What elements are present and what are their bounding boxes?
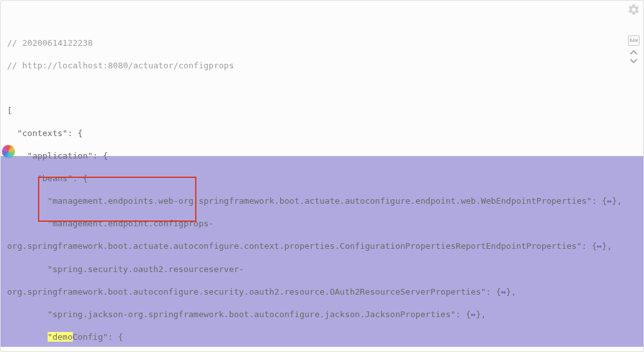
- bean-oauth2-a: "spring.security.oauth2.resourceserver-: [3, 264, 625, 275]
- json-contexts-key: "contexts": {: [3, 128, 625, 139]
- collapse-toggle-icon[interactable]: ↔: [501, 287, 506, 297]
- blank-line: [3, 83, 625, 94]
- bean-demo-config: "demoConfig": {: [3, 331, 625, 343]
- gear-icon[interactable]: [627, 3, 640, 16]
- chevron-up-icon[interactable]: [629, 50, 638, 56]
- bean-jackson[interactable]: "spring.jackson-org.springframework.boot…: [3, 309, 625, 320]
- collapse-toggle-icon[interactable]: ↔: [471, 309, 476, 319]
- json-viewer-window: // 20200614122238 // http://localhost:80…: [0, 0, 644, 352]
- bean-configprops-a: "management.endpoint.configprops-: [3, 218, 625, 230]
- bean-configprops-b[interactable]: org.springframework.boot.actuate.autocon…: [3, 240, 625, 252]
- json-application-key: "application": {: [3, 150, 625, 162]
- json-beans-key: "beans": {: [3, 173, 625, 184]
- bean-oauth2-b[interactable]: org.springframework.boot.autoconfigure.s…: [3, 286, 625, 298]
- raw-toggle-button[interactable]: RAW: [628, 35, 639, 46]
- comment-line-timestamp: // 20200614122238: [3, 37, 625, 49]
- json-content: // 20200614122238 // http://localhost:80…: [3, 26, 625, 352]
- collapse-toggle-icon[interactable]: ↔: [597, 241, 602, 251]
- comment-line-url: // http://localhost:8080/actuator/config…: [3, 60, 625, 72]
- json-root-open: [: [3, 105, 625, 117]
- bean-web-endpoint[interactable]: "management.endpoints.web-org.springfram…: [3, 195, 625, 207]
- color-wheel-icon: [2, 145, 15, 158]
- controls-column: RAW: [627, 3, 641, 64]
- chevron-down-icon[interactable]: [629, 57, 638, 64]
- code-area[interactable]: // 20200614122238 // http://localhost:80…: [3, 3, 625, 349]
